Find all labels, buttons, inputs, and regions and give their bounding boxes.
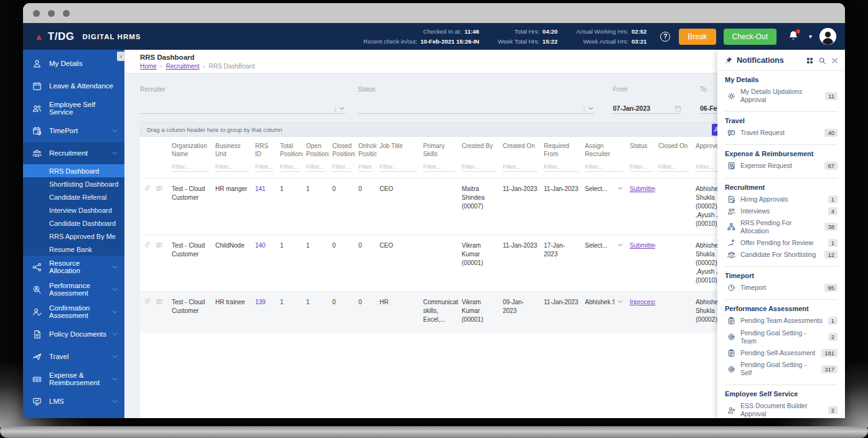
assign-recruiter-select[interactable]: Select... bbox=[585, 185, 623, 193]
column-header-created-on[interactable]: Created On bbox=[500, 137, 541, 159]
sidebar-subitem-resume-bank[interactable]: Resume Bank bbox=[23, 243, 124, 256]
column-header-created-by[interactable]: Created By bbox=[459, 137, 500, 159]
column-header-organization-name[interactable]: Organization Name bbox=[169, 137, 212, 159]
column-header-rrs-id[interactable]: RRS ID bbox=[252, 137, 277, 159]
column-filter-input[interactable] bbox=[215, 162, 249, 172]
sidebar-subitem-rrs-dashboard[interactable]: RRS Dashboard bbox=[23, 164, 124, 177]
status-link[interactable]: Submitted bbox=[630, 185, 655, 192]
column-header-closed-on[interactable]: Closed On bbox=[655, 137, 693, 159]
sidebar-item-employee-self-service[interactable]: Employee Self Service bbox=[23, 97, 124, 119]
sidebar-item-my-details[interactable]: My Details bbox=[23, 52, 124, 75]
sidebar-item-recruitment[interactable]: Recruitment bbox=[23, 142, 124, 164]
column-header-assign-recruiter[interactable]: Assign Recruiter bbox=[582, 137, 627, 159]
column-filter-input[interactable] bbox=[585, 162, 623, 172]
status-link[interactable]: Inprocess bbox=[630, 299, 655, 305]
close-icon[interactable] bbox=[831, 57, 839, 65]
column-header-onhold-positions[interactable]: Onhold Positions bbox=[355, 137, 376, 159]
notification-item-hiring-approvals[interactable]: Hiring Approvals1 bbox=[725, 193, 838, 205]
attachment-icon-button[interactable] bbox=[143, 300, 151, 307]
attachment-icon-button[interactable] bbox=[143, 187, 151, 193]
breadcrumb-recruitment-link[interactable]: Recruitment bbox=[166, 63, 200, 70]
notification-item-rrs-pending-for-allocation[interactable]: RRS Pending For Allocation38 bbox=[725, 217, 838, 237]
rrs-id-link[interactable]: 139 bbox=[255, 299, 266, 305]
notification-item-pending-goal-setting-self[interactable]: Pending Goal Setting - Self317 bbox=[725, 359, 838, 379]
notification-item-pending-self-assessment[interactable]: Pending Self-Assessment181 bbox=[725, 347, 838, 359]
column-filter-input[interactable] bbox=[280, 162, 300, 172]
notification-item-interviews[interactable]: Interviews4 bbox=[725, 205, 838, 217]
window-control-dot[interactable] bbox=[48, 10, 55, 17]
avatar[interactable] bbox=[819, 28, 836, 45]
notification-item-travel-request[interactable]: Travel Request40 bbox=[725, 127, 838, 139]
recruiter-select[interactable]: | bbox=[140, 103, 345, 114]
sidebar-item-performance-assessment[interactable]: Performance Assessment bbox=[23, 278, 124, 301]
sidebar-item-policy-documents[interactable]: Policy Documents bbox=[23, 323, 124, 345]
checkout-button[interactable]: Check-Out bbox=[724, 29, 777, 45]
column-filter-input[interactable] bbox=[332, 162, 352, 172]
notification-item-pending-team-assessments[interactable]: Pending Team Assessments1 bbox=[725, 315, 838, 327]
column-filter-input[interactable] bbox=[380, 162, 417, 172]
column-header-status[interactable]: Status bbox=[627, 137, 655, 159]
comment-icon-button[interactable] bbox=[156, 300, 163, 307]
profile-menu-caret-icon[interactable]: ▾ bbox=[809, 33, 812, 40]
window-control-dot[interactable] bbox=[33, 10, 40, 17]
column-filter-input[interactable] bbox=[658, 162, 689, 172]
column-filter-input[interactable] bbox=[358, 162, 373, 172]
notification-item-ess-document-builder-approval[interactable]: ESS Document Builder Approval2 bbox=[725, 400, 838, 418]
breadcrumb-home-link[interactable]: Home bbox=[140, 63, 157, 70]
column-filter-input[interactable] bbox=[306, 162, 326, 172]
column-header-closed-positions[interactable]: Closed Positions bbox=[329, 137, 355, 159]
sidebar-item-expense-reimbursement[interactable]: Expense & Reimbursement bbox=[23, 368, 124, 390]
column-header-total-positions[interactable]: Total Positions bbox=[277, 137, 303, 159]
column-header-open-positions[interactable]: Open Positions bbox=[303, 137, 329, 159]
comment-icon-button[interactable] bbox=[156, 243, 163, 250]
notification-item-offer-pending-for-review[interactable]: Offer Pending for Review1 bbox=[725, 237, 838, 249]
status-select[interactable]: | bbox=[358, 103, 594, 114]
column-header-primary-skills[interactable]: Primary Skills bbox=[420, 137, 459, 159]
column-header-job-title[interactable]: Job Title bbox=[376, 137, 420, 159]
break-button[interactable]: Break bbox=[679, 29, 716, 45]
grid-view-icon[interactable] bbox=[806, 57, 814, 65]
column-filter-input[interactable] bbox=[630, 162, 652, 172]
sidebar-item-travel[interactable]: Travel bbox=[23, 345, 124, 368]
sidebar-item-confirmation-assessment[interactable]: Confirmation Assessment bbox=[23, 301, 124, 323]
notification-item-candidate-for-shortlisting[interactable]: Candidate For Shortlisting12 bbox=[725, 249, 838, 261]
from-date-input[interactable]: 07-Jan-2023 bbox=[613, 103, 681, 114]
window-control-dot[interactable] bbox=[63, 10, 70, 17]
notifications-panel: Notifications My DetailsMy Details Updat… bbox=[717, 50, 845, 418]
notification-item-pending-goal-setting-team[interactable]: Pending Goal Setting - Team2 bbox=[725, 327, 838, 347]
rrs-id-link[interactable]: 140 bbox=[255, 242, 266, 249]
sidebar-item-resource-allocation[interactable]: Resource Allocation bbox=[23, 256, 124, 278]
column-filter-input[interactable] bbox=[462, 162, 497, 172]
sidebar-subitem-rrs-approved-by-me[interactable]: RRS Approved By Me bbox=[23, 230, 124, 243]
attachment-icon-button[interactable] bbox=[143, 243, 151, 250]
column-filter-input[interactable] bbox=[544, 162, 579, 172]
column-filter-input[interactable] bbox=[423, 162, 455, 172]
column-filter-input[interactable] bbox=[503, 162, 538, 172]
notification-item-timeport[interactable]: Timeport95 bbox=[725, 282, 838, 294]
column-filter-input[interactable] bbox=[255, 162, 274, 172]
column-header-required-from[interactable]: Required From bbox=[541, 137, 582, 159]
assign-recruiter-select[interactable]: Select... bbox=[585, 241, 623, 250]
search-icon[interactable] bbox=[818, 57, 826, 65]
sidebar-item-leave-attendance[interactable]: Leave & Attendance bbox=[23, 75, 124, 97]
rrs-id-link[interactable]: 141 bbox=[255, 185, 266, 192]
pin-icon[interactable] bbox=[725, 57, 732, 64]
notification-item-my-details-updations-approval[interactable]: My Details Updations Approval11 bbox=[725, 86, 838, 106]
notifications-bell-icon[interactable] bbox=[788, 30, 799, 44]
sidebar-subitem-interview-dashboard[interactable]: Interview Dashboard bbox=[23, 203, 124, 217]
sidebar-item-timeport[interactable]: TimePort bbox=[23, 119, 124, 142]
sidebar-subitem-candidate-dashboard[interactable]: Candidate Dashboard bbox=[23, 217, 124, 230]
help-icon[interactable]: ? bbox=[660, 32, 670, 42]
clock-icon bbox=[727, 284, 735, 292]
checkin-group: Checked In at:11:46Recent check-in/out:1… bbox=[363, 27, 479, 46]
column-header-business-unit[interactable]: Business Unit bbox=[212, 137, 252, 159]
status-link[interactable]: Submitted bbox=[630, 242, 655, 249]
notification-item-expense-request[interactable]: Expense Request67 bbox=[725, 160, 838, 172]
sidebar-collapse-button[interactable]: ‹ bbox=[117, 52, 125, 61]
sidebar-subitem-shortlisting-dashboard[interactable]: Shortlisting Dashboard bbox=[23, 177, 124, 190]
comment-icon-button[interactable] bbox=[156, 187, 163, 193]
column-filter-input[interactable] bbox=[172, 162, 209, 172]
sidebar-item-lms[interactable]: LMS bbox=[23, 390, 124, 412]
assign-recruiter-select[interactable]: Abhishek Shukla bbox=[585, 298, 623, 307]
sidebar-subitem-candidate-referral[interactable]: Candidate Referral bbox=[23, 190, 124, 203]
